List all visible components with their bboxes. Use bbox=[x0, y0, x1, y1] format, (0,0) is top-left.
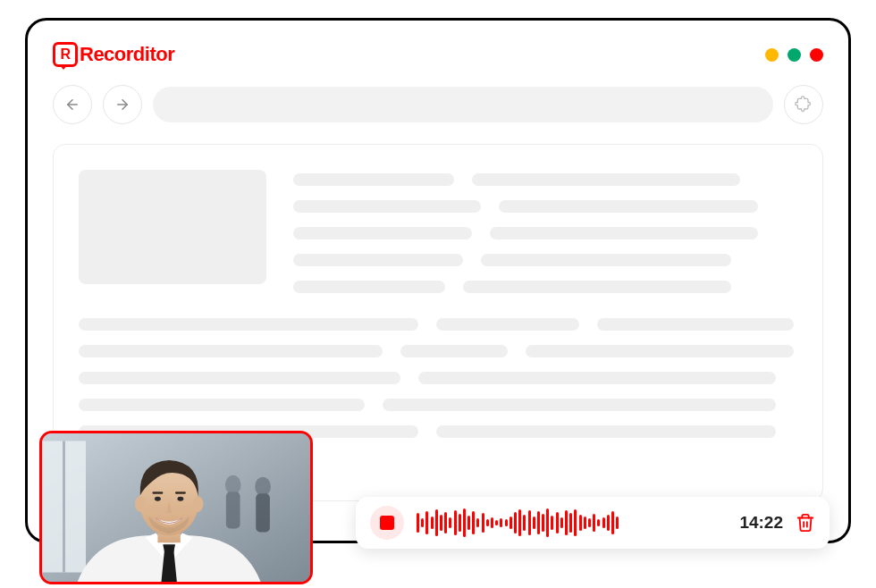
arrow-left-icon bbox=[64, 97, 80, 113]
svg-point-11 bbox=[135, 496, 146, 512]
waveform-bar bbox=[463, 508, 466, 537]
placeholder-bar bbox=[526, 345, 794, 357]
placeholder-bar bbox=[79, 318, 418, 331]
delete-recording-button[interactable] bbox=[796, 513, 815, 533]
svg-rect-6 bbox=[226, 491, 240, 528]
placeholder-paragraph bbox=[79, 318, 797, 438]
waveform-bar bbox=[482, 513, 484, 533]
placeholder-bar bbox=[79, 399, 365, 411]
waveform-bar bbox=[500, 518, 502, 527]
waveform-bar bbox=[454, 510, 457, 535]
placeholder-bar bbox=[293, 173, 454, 186]
svg-point-7 bbox=[255, 477, 271, 497]
waveform-bar bbox=[472, 511, 475, 534]
audio-waveform bbox=[417, 507, 727, 539]
waveform-bar bbox=[597, 519, 600, 526]
svg-point-13 bbox=[155, 497, 161, 501]
waveform-bar bbox=[505, 519, 508, 526]
waveform-bar bbox=[444, 512, 447, 533]
svg-rect-16 bbox=[175, 491, 186, 493]
app-name: Recorditor bbox=[80, 43, 174, 66]
waveform-bar bbox=[546, 508, 549, 537]
waveform-bar bbox=[449, 517, 451, 528]
waveform-bar bbox=[486, 519, 489, 526]
placeholder-bar bbox=[436, 318, 579, 331]
waveform-bar bbox=[459, 514, 461, 532]
waveform-bar bbox=[616, 517, 619, 529]
puzzle-icon bbox=[795, 96, 813, 113]
arrow-right-icon bbox=[114, 97, 131, 113]
waveform-bar bbox=[435, 509, 438, 536]
placeholder-bar bbox=[472, 173, 740, 186]
placeholder-hero-row bbox=[79, 170, 797, 293]
waveform-bar bbox=[574, 509, 577, 536]
waveform-bar bbox=[431, 517, 434, 529]
waveform-bar bbox=[602, 517, 605, 528]
svg-rect-15 bbox=[153, 491, 164, 493]
placeholder-bar bbox=[597, 318, 794, 331]
waveform-bar bbox=[533, 517, 535, 529]
svg-point-12 bbox=[193, 496, 204, 512]
title-bar: Recorditor bbox=[53, 42, 823, 67]
waveform-bar bbox=[588, 518, 591, 527]
waveform-bar bbox=[425, 511, 428, 534]
waveform-bar bbox=[421, 518, 424, 527]
placeholder-bar bbox=[418, 372, 776, 384]
webcam-preview[interactable] bbox=[39, 431, 313, 584]
waveform-bar bbox=[560, 517, 563, 528]
waveform-bar bbox=[523, 515, 526, 531]
waveform-bar bbox=[528, 510, 531, 535]
waveform-bar bbox=[556, 512, 559, 533]
forward-button[interactable] bbox=[103, 85, 142, 124]
stop-icon bbox=[380, 516, 394, 530]
waveform-bar bbox=[607, 515, 610, 531]
recording-time: 14:22 bbox=[739, 513, 783, 533]
waveform-bar bbox=[551, 516, 553, 530]
waveform-bar bbox=[476, 518, 479, 527]
waveform-bar bbox=[510, 517, 512, 529]
stop-recording-button[interactable] bbox=[370, 506, 404, 540]
waveform-bar bbox=[565, 510, 568, 535]
navigation-bar bbox=[53, 85, 823, 124]
placeholder-bar bbox=[400, 345, 508, 357]
waveform-bar bbox=[467, 516, 470, 530]
placeholder-text-cols bbox=[293, 170, 797, 293]
placeholder-bar bbox=[490, 227, 758, 239]
placeholder-bar bbox=[293, 254, 463, 266]
minimize-button[interactable] bbox=[765, 48, 779, 62]
maximize-button[interactable] bbox=[788, 48, 801, 62]
placeholder-bar bbox=[383, 399, 776, 411]
waveform-bar bbox=[537, 511, 540, 534]
placeholder-bar bbox=[293, 281, 445, 293]
waveform-bar bbox=[593, 514, 595, 532]
waveform-bar bbox=[518, 509, 521, 536]
waveform-bar bbox=[491, 517, 493, 528]
waveform-bar bbox=[440, 515, 442, 531]
address-bar[interactable] bbox=[153, 87, 773, 122]
svg-point-5 bbox=[225, 475, 241, 495]
extensions-button[interactable] bbox=[784, 85, 823, 124]
waveform-bar bbox=[417, 513, 419, 533]
waveform-bar bbox=[495, 520, 498, 525]
placeholder-bar bbox=[499, 200, 758, 213]
placeholder-bar bbox=[481, 254, 731, 266]
placeholder-bar bbox=[293, 200, 481, 213]
waveform-bar bbox=[584, 517, 586, 529]
waveform-bar bbox=[579, 515, 582, 531]
window-controls bbox=[765, 48, 823, 62]
app-logo: Recorditor bbox=[53, 42, 174, 67]
placeholder-thumbnail bbox=[79, 170, 266, 284]
placeholder-bar bbox=[79, 345, 383, 357]
placeholder-bar bbox=[463, 281, 731, 293]
waveform-bar bbox=[514, 512, 517, 533]
waveform-bar bbox=[569, 513, 572, 533]
back-button[interactable] bbox=[53, 85, 92, 124]
waveform-bar bbox=[611, 511, 614, 534]
svg-point-14 bbox=[177, 497, 183, 501]
placeholder-bar bbox=[79, 372, 400, 384]
svg-rect-8 bbox=[256, 493, 270, 532]
placeholder-bar bbox=[436, 425, 776, 438]
waveform-bar bbox=[542, 514, 544, 532]
logo-icon bbox=[53, 42, 78, 67]
close-button[interactable] bbox=[810, 48, 823, 62]
